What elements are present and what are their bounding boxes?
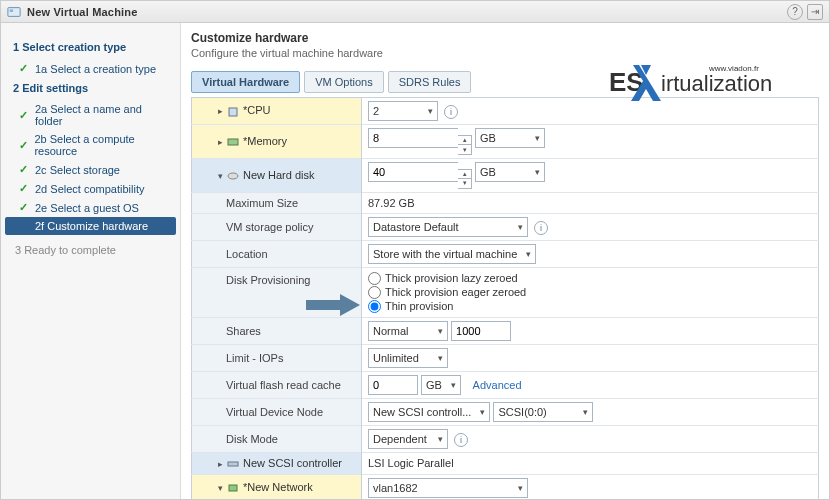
annotation-arrow-icon (306, 294, 360, 316)
memory-spinner[interactable]: ▴▾ (458, 135, 472, 155)
expander-icon[interactable]: ▸ (216, 107, 225, 116)
shares-value-input[interactable] (451, 321, 511, 341)
checkmark-icon: ✓ (19, 62, 29, 75)
vdn-port-select[interactable]: SCSI(0:0) (493, 402, 593, 422)
svg-rect-1 (10, 9, 14, 12)
titlebar: New Virtual Machine ? ⇥ (1, 1, 829, 23)
row-limit-iops: Limit - IOPsUnlimited (192, 344, 819, 371)
vdn-controller-select[interactable]: New SCSI controll... (368, 402, 490, 422)
step-2b[interactable]: ✓2b Select a compute resource (5, 130, 176, 160)
step-1a[interactable]: ✓1a Select a creation type (5, 59, 176, 78)
row-flash-cache: Virtual flash read cache GB Advanced (192, 371, 819, 398)
checkmark-icon: ✓ (19, 182, 29, 195)
shares-select[interactable]: Normal (368, 321, 448, 341)
vm-icon (7, 5, 21, 19)
row-virtual-device-node: Virtual Device NodeNew SCSI controll... … (192, 398, 819, 425)
expander-icon[interactable]: ▾ (216, 484, 225, 493)
main-content: Customize hardware Configure the virtual… (181, 23, 829, 499)
advanced-link[interactable]: Advanced (473, 379, 522, 391)
cpu-icon (227, 106, 239, 118)
network-select[interactable]: vlan1682 (368, 478, 528, 498)
info-icon[interactable]: i (444, 105, 458, 119)
storage-policy-select[interactable]: Datastore Default (368, 217, 528, 237)
cpu-select[interactable]: 2 (368, 101, 438, 121)
step-3: 3 Ready to complete (5, 241, 176, 259)
page-subtitle: Configure the virtual machine hardware (191, 47, 819, 59)
pin-button[interactable]: ⇥ (807, 4, 823, 20)
row-network: ▾*New Networkvlan1682 (192, 474, 819, 499)
memory-unit-select[interactable]: GB (475, 128, 545, 148)
row-scsi-controller: ▸New SCSI controllerLSI Logic Parallel (192, 452, 819, 474)
row-shares: SharesNormal (192, 317, 819, 344)
tab-sdrs-rules[interactable]: SDRS Rules (388, 71, 472, 93)
scsi-value: LSI Logic Parallel (362, 452, 819, 474)
info-icon[interactable]: i (454, 433, 468, 447)
expander-icon[interactable]: ▸ (216, 138, 225, 147)
tab-virtual-hardware[interactable]: Virtual Hardware (191, 71, 300, 93)
flash-cache-input[interactable] (368, 375, 418, 395)
tab-vm-options[interactable]: VM Options (304, 71, 383, 93)
hardware-table: ▸*CPU 2i ▸*Memory ▴▾ GB ▾New Hard disk ▴… (191, 97, 819, 499)
svg-text:irtualization: irtualization (661, 71, 772, 96)
svg-rect-8 (228, 462, 238, 466)
disk-unit-select[interactable]: GB (475, 162, 545, 182)
checkmark-icon: ✓ (19, 139, 28, 152)
step-2e[interactable]: ✓2e Select a guest OS (5, 198, 176, 217)
radio-thick-lazy[interactable] (368, 272, 381, 285)
svg-point-7 (228, 173, 238, 179)
row-storage-policy: VM storage policyDatastore Defaulti (192, 213, 819, 240)
location-select[interactable]: Store with the virtual machine (368, 244, 536, 264)
step-1: 1 Select creation type (13, 41, 176, 53)
memory-input[interactable] (368, 128, 458, 148)
scsi-icon (227, 458, 239, 470)
radio-thick-eager[interactable] (368, 286, 381, 299)
watermark-logo: ES irtualization www.viadon.fr (609, 63, 809, 105)
step-2a[interactable]: ✓2a Select a name and folder (5, 100, 176, 130)
info-icon[interactable]: i (534, 221, 548, 235)
row-disk-mode: Disk ModeDependenti (192, 425, 819, 452)
limit-iops-select[interactable]: Unlimited (368, 348, 448, 368)
row-disk: ▾New Hard disk ▴▾ GB (192, 158, 819, 192)
expander-icon[interactable]: ▾ (216, 172, 225, 181)
wizard-steps-sidebar: 1 Select creation type ✓1a Select a crea… (1, 23, 181, 499)
row-memory: ▸*Memory ▴▾ GB (192, 125, 819, 159)
checkmark-icon: ✓ (19, 201, 29, 214)
radio-thin[interactable] (368, 300, 381, 313)
row-disk-provisioning: Disk Provisioning Thick provision lazy z… (192, 267, 819, 317)
memory-icon (227, 136, 239, 148)
max-size-value: 87.92 GB (362, 192, 819, 213)
svg-rect-9 (229, 485, 237, 491)
checkmark-icon: ✓ (19, 163, 29, 176)
help-button[interactable]: ? (787, 4, 803, 20)
checkmark-icon: ✓ (19, 109, 29, 122)
row-maxsize: Maximum Size87.92 GB (192, 192, 819, 213)
step-2f[interactable]: •2f Customize hardware (5, 217, 176, 235)
disk-icon (227, 170, 239, 182)
disk-mode-select[interactable]: Dependent (368, 429, 448, 449)
expander-icon[interactable]: ▸ (216, 460, 225, 469)
svg-rect-5 (229, 108, 237, 116)
disk-size-input[interactable] (368, 162, 458, 182)
window-title: New Virtual Machine (27, 6, 138, 18)
row-location: LocationStore with the virtual machine (192, 240, 819, 267)
flash-cache-unit-select[interactable]: GB (421, 375, 461, 395)
step-2: 2 Edit settings (13, 82, 176, 94)
svg-rect-6 (228, 139, 238, 145)
step-2d[interactable]: ✓2d Select compatibility (5, 179, 176, 198)
svg-text:www.viadon.fr: www.viadon.fr (708, 64, 759, 73)
network-icon (227, 482, 239, 494)
page-title: Customize hardware (191, 31, 819, 45)
step-2c[interactable]: ✓2c Select storage (5, 160, 176, 179)
wizard-window: New Virtual Machine ? ⇥ 1 Select creatio… (0, 0, 830, 500)
disk-spinner[interactable]: ▴▾ (458, 169, 472, 189)
